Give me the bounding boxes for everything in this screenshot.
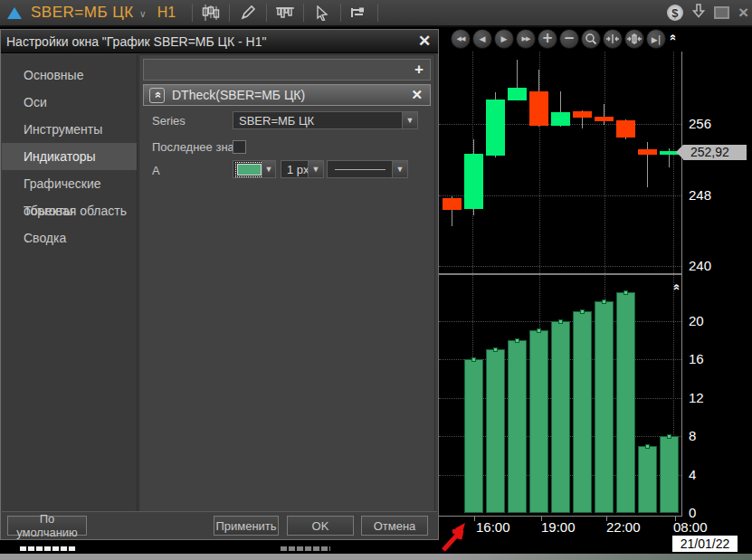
- time-gridline: [673, 52, 674, 273]
- scroll-right-button[interactable]: ▶: [494, 29, 514, 49]
- window-controls: $ ×: [667, 0, 748, 25]
- volume-bar: [529, 330, 548, 513]
- price-axis-label: 240: [689, 258, 711, 273]
- close-window-icon[interactable]: ×: [738, 8, 748, 17]
- time-axis-label: 08:00: [673, 519, 708, 535]
- time-gridline: [604, 52, 605, 273]
- last-value-checkbox[interactable]: [233, 140, 246, 154]
- date-label: 21/01/22: [672, 536, 738, 552]
- dialog-sidebar: ОсновныеОсиИнструментыИндикаторыГрафичес…: [2, 54, 138, 512]
- chart-area: ◀◀◀▶▶▶+−▶| » » 252,92 21/01/22 256248240…: [439, 27, 752, 554]
- sidebar-item-оси[interactable]: Оси: [2, 89, 137, 116]
- bottom-edge-strip: [0, 554, 752, 560]
- volume-axis-label: 4: [689, 467, 696, 482]
- volume-chart-icon[interactable]: [272, 2, 298, 24]
- volume-bar: [573, 311, 592, 513]
- volume-bar: [486, 349, 505, 513]
- pencil-icon[interactable]: [235, 2, 261, 24]
- price-axis-label: 256: [689, 116, 711, 131]
- candle: [529, 91, 548, 126]
- levels-icon[interactable]: [347, 2, 372, 24]
- volume-bar: [595, 301, 614, 513]
- default-button[interactable]: По умолчанию: [7, 516, 87, 536]
- zoom-in-button[interactable]: +: [538, 29, 557, 49]
- last-value-label: Последнее знач.: [152, 140, 243, 154]
- volume-bar: [660, 436, 679, 513]
- background-strip: [0, 540, 439, 554]
- apply-button[interactable]: Применить: [214, 516, 279, 536]
- time-axis-label: 22:00: [606, 519, 641, 535]
- cursor-icon[interactable]: [309, 2, 335, 24]
- fit-bars-button[interactable]: [624, 29, 644, 49]
- timeframe-label[interactable]: H1: [157, 5, 176, 21]
- ok-button[interactable]: OK: [287, 516, 354, 536]
- scroll-to-end-button[interactable]: ▶|: [646, 29, 666, 49]
- volume-bar-marker: [471, 357, 476, 362]
- price-gridline: [439, 266, 681, 267]
- dollar-coin-icon[interactable]: $: [667, 5, 683, 21]
- indicator-tabstrip: +: [143, 59, 431, 81]
- candle: [638, 149, 657, 155]
- scroll-fast-right-button[interactable]: ▶▶: [516, 29, 536, 49]
- compress-horizontal-button[interactable]: [603, 29, 623, 49]
- color-swatch: [237, 164, 262, 176]
- candles-icon[interactable]: [198, 2, 224, 24]
- sidebar-item-графические-объекты[interactable]: Графические объекты: [2, 170, 137, 197]
- volume-bar-marker: [623, 290, 628, 295]
- scroll-left-button[interactable]: ◀: [472, 29, 492, 49]
- volume-bar-marker: [667, 434, 671, 439]
- candle-wick: [647, 142, 648, 187]
- sidebar-item-инструменты[interactable]: Инструменты: [2, 116, 137, 143]
- zoom-out-button[interactable]: −: [559, 29, 579, 49]
- download-arrow-icon[interactable]: [692, 4, 705, 22]
- dialog-close-icon[interactable]: ✕: [416, 33, 433, 50]
- restore-window-icon[interactable]: [714, 6, 729, 19]
- color-select[interactable]: ▼: [233, 160, 276, 178]
- chevron-down-icon: ▼: [308, 161, 323, 177]
- line-style-sample: [335, 169, 386, 170]
- volume-axis-label: 20: [689, 313, 704, 328]
- zoom-region-button[interactable]: [581, 29, 601, 49]
- symbol-label[interactable]: SBER=МБ ЦК: [31, 4, 134, 22]
- indicator-panel-header[interactable]: » DTheck(SBER=МБ ЦК) ✕: [143, 84, 431, 106]
- candle: [616, 120, 635, 138]
- last-price-tag: 252,92: [683, 145, 747, 160]
- application-window: SBER=МБ ЦК ∨ H1 $ ×: [0, 0, 752, 560]
- chevron-down-icon[interactable]: ∨: [139, 8, 147, 20]
- volume-bar: [638, 446, 657, 513]
- volume-bar: [551, 321, 570, 514]
- chevron-down-icon: ▼: [262, 161, 275, 177]
- dialog-title: Настройки окна "График SBER=МБ ЦК - H1": [6, 34, 266, 49]
- cancel-button[interactable]: Отмена: [361, 516, 428, 536]
- volume-bar-marker: [645, 444, 650, 449]
- price-axis-line: [681, 52, 682, 517]
- line-width-select[interactable]: 1 px ▼: [281, 160, 324, 178]
- candle: [464, 154, 483, 209]
- volume-bar-marker: [602, 299, 606, 304]
- volume-bar-marker: [537, 328, 541, 333]
- dialog-title-bar[interactable]: Настройки окна "График SBER=МБ ЦК - H1" …: [1, 30, 438, 53]
- remove-indicator-icon[interactable]: ✕: [411, 87, 423, 103]
- volume-bar-marker: [580, 309, 585, 314]
- scroll-fast-left-button[interactable]: ◀◀: [451, 29, 471, 49]
- indicator-panel-title: DTheck(SBER=МБ ЦК): [172, 88, 305, 102]
- collapse-panel-icon[interactable]: »: [149, 88, 165, 103]
- volume-bar: [508, 340, 527, 513]
- candle: [595, 117, 614, 121]
- sidebar-item-сводка[interactable]: Сводка: [2, 224, 137, 252]
- volume-pane: [439, 275, 681, 513]
- line-style-select[interactable]: ▼: [327, 160, 408, 178]
- sidebar-item-торговая-область[interactable]: Торговая область: [2, 197, 137, 224]
- top-toolbar: SBER=МБ ЦК ∨ H1 $ ×: [0, 0, 752, 27]
- time-gridline: [539, 52, 540, 273]
- series-select[interactable]: SBER=МБ ЦК ▼: [233, 111, 418, 129]
- collapse-price-pane-icon[interactable]: »: [665, 34, 679, 41]
- sidebar-item-индикаторы[interactable]: Индикаторы: [2, 143, 137, 170]
- dialog-content: + » DTheck(SBER=МБ ЦК) ✕ Series SBER=МБ …: [138, 54, 435, 512]
- price-axis-label: 248: [689, 187, 711, 203]
- collapse-volume-pane-icon[interactable]: »: [669, 284, 682, 290]
- add-indicator-button[interactable]: +: [411, 62, 427, 78]
- sidebar-item-основные[interactable]: Основные: [2, 62, 137, 89]
- chevron-down-icon: ▼: [402, 112, 417, 128]
- settings-dialog: Настройки окна "График SBER=МБ ЦК - H1" …: [0, 29, 439, 540]
